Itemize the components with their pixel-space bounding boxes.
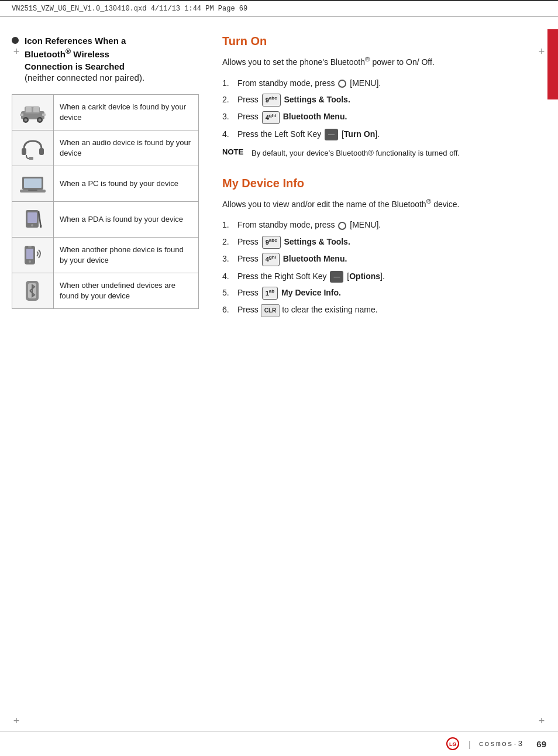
icon-reference-table: When a carkit device is found by your de… <box>12 94 199 309</box>
note-text: By default, your device’s Bluetooth® fun… <box>252 147 460 159</box>
pda-icon <box>18 207 47 232</box>
phone-icon <box>18 242 47 268</box>
cross-mark-br: + <box>536 715 547 727</box>
svg-rect-25 <box>28 246 32 248</box>
my-device-step-6: 6. Press CLR to clear the existing name. <box>222 303 546 317</box>
desc-cell-undefined: When other undefined devices are found b… <box>54 273 199 309</box>
svg-point-7 <box>39 119 42 122</box>
step-text: From standby mode, press [MENU]. <box>237 218 381 231</box>
step-num: 1. <box>222 77 235 90</box>
my-device-step-2: 2. Press 9abc Settings & Tools. <box>222 235 546 249</box>
bullet-header: Icon References When a Bluetooth® Wirele… <box>12 35 199 83</box>
right-soft-key-icon: — <box>330 271 343 283</box>
turn-on-step-1: 1. From standby mode, press [MENU]. <box>222 77 546 90</box>
step-text: Press 4ghi Bluetooth Menu. <box>237 252 347 266</box>
key-9-badge-2: 9abc <box>262 236 281 249</box>
turn-on-step-4: 4. Press the Left Soft Key — [Turn On]. <box>222 128 546 140</box>
bullet-header-text: Icon References When a Bluetooth® Wirele… <box>25 36 126 71</box>
step-num: 4. <box>222 270 235 283</box>
icon-cell-undefined <box>12 273 54 309</box>
bullet-dot <box>12 37 19 44</box>
step-text: From standby mode, press [MENU]. <box>237 77 381 90</box>
step-num: 2. <box>222 235 235 248</box>
svg-rect-18 <box>27 212 37 223</box>
page-number: 69 <box>536 739 546 749</box>
step-num: 6. <box>222 303 235 316</box>
svg-point-5 <box>25 119 27 122</box>
menu-circle-icon-2 <box>338 222 346 230</box>
my-device-step-3: 3. Press 4ghi Bluetooth Menu. <box>222 252 546 266</box>
svg-point-24 <box>29 260 31 263</box>
table-row: When another phone device is found by yo… <box>12 238 199 273</box>
turn-on-title: Turn On <box>222 35 546 48</box>
my-device-info-title: My Device Info <box>222 177 546 190</box>
key-9-badge: 9abc <box>262 94 281 106</box>
step-num: 4. <box>222 128 235 140</box>
step-num: 1. <box>222 218 235 231</box>
footer: LG | cosmos·3 69 <box>0 731 558 756</box>
step-text: Press 4ghi Bluetooth Menu. <box>237 110 347 123</box>
cross-mark-tl: + <box>11 46 22 57</box>
svg-rect-14 <box>24 178 42 188</box>
step-text: Press the Right Soft Key — [Options]. <box>237 270 385 283</box>
turn-on-intro: Allows you to set the phone's Bluetooth®… <box>222 54 546 68</box>
table-row: When other undefined devices are found b… <box>12 273 199 309</box>
icon-cell-audio <box>12 130 54 166</box>
desc-cell-carkit: When a carkit device is found by your de… <box>54 95 199 130</box>
table-row: When a PC is found by your device <box>12 166 199 202</box>
icon-cell-pc <box>12 166 54 202</box>
svg-rect-12 <box>29 157 33 160</box>
cross-mark-bl: + <box>11 715 22 727</box>
red-accent-bar <box>547 29 558 99</box>
top-bar: VN251S_VZW_UG_EN_V1.0_130410.qxd 4/11/13… <box>0 0 558 17</box>
note-label: NOTE <box>222 147 246 156</box>
desc-cell-audio: When an audio device is found by your de… <box>54 130 199 166</box>
icon-cell-pda <box>12 202 54 238</box>
step-num: 2. <box>222 93 235 106</box>
footer-pipe: | <box>469 739 471 749</box>
svg-rect-9 <box>42 114 46 116</box>
lg-logo: LG <box>446 737 460 750</box>
my-device-step-5: 5. Press 1ab My Device Info. <box>222 286 546 300</box>
svg-rect-2 <box>26 107 32 112</box>
table-row: When a PDA is found by your device <box>12 202 199 238</box>
note-block: NOTE By default, your device’s Bluetooth… <box>222 147 546 159</box>
step-bold-text: Bluetooth Menu. <box>283 254 347 263</box>
key-1-badge: 1ab <box>262 287 278 300</box>
cross-mark-tr: + <box>536 46 547 57</box>
header-text: VN251S_VZW_UG_EN_V1.0_130410.qxd 4/11/13… <box>12 5 247 13</box>
svg-rect-16 <box>28 190 37 191</box>
cosmos-logo: cosmos·3 <box>479 740 524 748</box>
svg-rect-8 <box>20 114 23 116</box>
left-column: Icon References When a Bluetooth® Wirele… <box>12 35 199 321</box>
main-content: Icon References When a Bluetooth® Wirele… <box>0 17 558 338</box>
carkit-icon <box>18 99 47 125</box>
svg-text:LG: LG <box>449 741 457 747</box>
key-4-badge: 4ghi <box>262 111 280 124</box>
my-device-info-bold: My Device Info. <box>281 288 341 297</box>
step-text: Press CLR to clear the existing name. <box>237 303 378 317</box>
svg-rect-3 <box>33 107 39 112</box>
svg-point-19 <box>31 224 33 226</box>
audio-icon <box>18 135 47 161</box>
turn-on-bracket: Turn On <box>344 129 375 139</box>
desc-cell-pc: When a PC is found by your device <box>54 166 199 202</box>
step-num: 3. <box>222 252 235 265</box>
options-bracket: Options <box>349 272 380 281</box>
right-column: Turn On Allows you to set the phone's Bl… <box>216 35 546 321</box>
svg-rect-10 <box>22 148 26 155</box>
icon-cell-carkit <box>12 95 54 130</box>
svg-rect-23 <box>26 249 33 259</box>
desc-cell-pda: When a PDA is found by your device <box>54 202 199 238</box>
turn-on-step-3: 3. Press 4ghi Bluetooth Menu. <box>222 110 546 123</box>
step-bold-text: Settings & Tools. <box>284 95 350 104</box>
svg-rect-11 <box>39 148 44 155</box>
table-row: When an audio device is found by your de… <box>12 130 199 166</box>
undefined-icon <box>18 278 47 304</box>
my-device-step-1: 1. From standby mode, press [MENU]. <box>222 218 546 231</box>
my-device-info-intro: Allows you to view and/or edit the name … <box>222 196 546 211</box>
step-bold-text: Bluetooth Menu. <box>283 112 347 121</box>
step-text: Press the Left Soft Key — [Turn On]. <box>237 128 380 140</box>
step-num: 5. <box>222 286 235 299</box>
desc-cell-phone: When another phone device is found by yo… <box>54 238 199 273</box>
